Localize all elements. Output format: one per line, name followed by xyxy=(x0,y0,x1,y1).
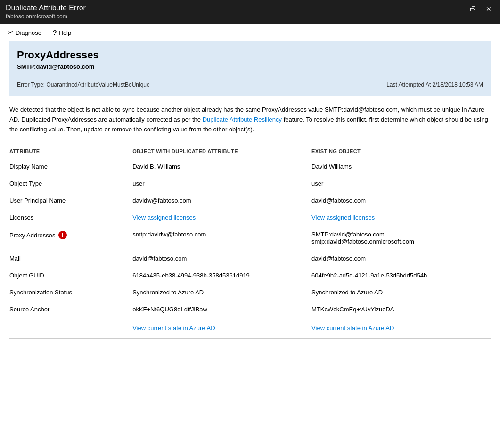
attribute-label: Object Type xyxy=(9,175,132,192)
attribute-label: Object GUID xyxy=(9,267,132,284)
existing-value: MTKcWckCmEq+vUvYizuoDA== xyxy=(311,301,491,318)
title-bar-controls: 🗗 ✕ xyxy=(467,5,494,13)
duplicated-value[interactable]: View assigned licenses xyxy=(132,209,311,226)
table-row: Synchronization StatusSynchronized to Az… xyxy=(9,284,491,301)
view-state-dup-link[interactable]: View current state in Azure AD xyxy=(132,325,215,332)
title-bar-left: Duplicate Attribute Error fabtoso.onmicr… xyxy=(6,4,86,20)
attribute-label: Source Anchor xyxy=(9,301,132,318)
menu-bar: ✂ Diagnose ? Help xyxy=(0,24,500,41)
duplicated-value: 6184a435-eb38-4994-938b-358d5361d919 xyxy=(132,267,311,284)
restore-button[interactable]: 🗗 xyxy=(467,5,479,13)
existing-value: SMTP:david@fabtoso.comsmtp:david@fabtoso… xyxy=(311,226,491,250)
existing-value: david@fabtoso.com xyxy=(311,192,491,209)
table-row: Display NameDavid B. WilliamsDavid Willi… xyxy=(9,158,491,175)
title-bar: Duplicate Attribute Error fabtoso.onmicr… xyxy=(0,0,500,24)
title-bar-subtitle: fabtoso.onmicrosoft.com xyxy=(6,13,86,20)
attribute-label: Proxy Addresses xyxy=(9,232,56,239)
help-icon: ? xyxy=(53,29,57,36)
duplicated-value: okKF+Nt6QUG8qLdtfJiBaw== xyxy=(132,301,311,318)
existing-value: Synchronized to Azure AD xyxy=(311,284,491,301)
header-card-attribute-name: ProxyAddresses xyxy=(17,49,483,61)
error-icon: ! xyxy=(58,231,67,239)
attribute-label: User Principal Name xyxy=(9,192,132,209)
table-row: Maildavid@fabtoso.comdavid@fabtoso.com xyxy=(9,250,491,267)
col-header-attribute: ATTRIBUTE xyxy=(9,146,132,158)
table-row: LicensesView assigned licensesView assig… xyxy=(9,209,491,226)
error-type: Error Type: QuarantinedAttributeValueMus… xyxy=(17,81,150,88)
table-row: Object GUID6184a435-eb38-4994-938b-358d5… xyxy=(9,267,491,284)
view-state-dup-cell: View current state in Azure AD xyxy=(132,318,311,339)
diagnose-label: Diagnose xyxy=(16,29,41,36)
help-menu-item[interactable]: ? Help xyxy=(51,28,73,37)
header-card-footer: Error Type: QuarantinedAttributeValueMus… xyxy=(17,81,483,88)
view-state-row: View current state in Azure ADView curre… xyxy=(9,318,491,339)
help-label: Help xyxy=(59,29,72,36)
attr-cell-with-error: Proxy Addresses! xyxy=(9,231,129,239)
diagnose-menu-item[interactable]: ✂ Diagnose xyxy=(6,27,43,38)
duplicated-value: David B. Williams xyxy=(132,158,311,175)
duplicated-value: david@fabtoso.com xyxy=(132,250,311,267)
attribute-table: ATTRIBUTE OBJECT WITH DUPLICATED ATTRIBU… xyxy=(9,146,491,339)
existing-value: user xyxy=(311,175,491,192)
existing-value[interactable]: View assigned licenses xyxy=(311,209,491,226)
col-header-duplicated: OBJECT WITH DUPLICATED ATTRIBUTE xyxy=(132,146,311,158)
existing-value: 604fe9b2-ad5d-4121-9a1e-53d5bdd5d54b xyxy=(311,267,491,284)
main-content: ProxyAddresses SMTP:david@fabtoso.com Er… xyxy=(0,41,500,444)
col-header-existing: EXISTING OBJECT xyxy=(311,146,491,158)
duplicated-value: Synchronized to Azure AD xyxy=(132,284,311,301)
header-card-attribute-value: SMTP:david@fabtoso.com xyxy=(17,63,483,70)
view-state-exist-cell: View current state in Azure AD xyxy=(311,318,491,339)
view-licenses-exist-link[interactable]: View assigned licenses xyxy=(311,214,375,221)
header-card: ProxyAddresses SMTP:david@fabtoso.com Er… xyxy=(9,41,491,96)
table-row: User Principal Namedavidw@fabtoso.comdav… xyxy=(9,192,491,209)
view-licenses-dup-link[interactable]: View assigned licenses xyxy=(132,214,196,221)
close-button[interactable]: ✕ xyxy=(483,5,494,13)
table-row: Object Typeuseruser xyxy=(9,175,491,192)
attribute-label: Display Name xyxy=(9,158,132,175)
table-row: Proxy Addresses!smtp:davidw@fabtoso.comS… xyxy=(9,226,491,250)
attribute-label: Licenses xyxy=(9,209,132,226)
table-row: Source AnchorokKF+Nt6QUG8qLdtfJiBaw==MTK… xyxy=(9,301,491,318)
last-attempted: Last Attempted At 2/18/2018 10:53 AM xyxy=(386,81,483,88)
existing-value: David Williams xyxy=(311,158,491,175)
existing-value: david@fabtoso.com xyxy=(311,250,491,267)
diagnose-icon: ✂ xyxy=(8,28,14,37)
attribute-label: Mail xyxy=(9,250,132,267)
duplicate-resiliency-link[interactable]: Duplicate Attribute Resiliency xyxy=(203,116,282,123)
table-header-row: ATTRIBUTE OBJECT WITH DUPLICATED ATTRIBU… xyxy=(9,146,491,158)
duplicated-value: user xyxy=(132,175,311,192)
title-bar-title: Duplicate Attribute Error xyxy=(6,4,86,12)
duplicated-value: smtp:davidw@fabtoso.com xyxy=(132,226,311,250)
description-text: We detected that the object is not able … xyxy=(9,105,491,134)
view-state-attr-cell xyxy=(9,318,132,339)
duplicated-value: davidw@fabtoso.com xyxy=(132,192,311,209)
view-state-exist-link[interactable]: View current state in Azure AD xyxy=(311,325,394,332)
attribute-label: Synchronization Status xyxy=(9,284,132,301)
